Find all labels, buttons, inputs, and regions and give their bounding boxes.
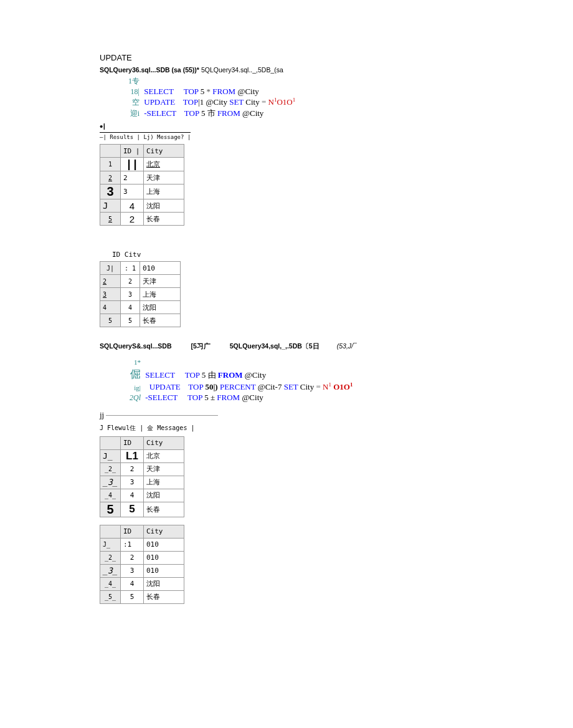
kw: SET	[284, 383, 298, 392]
kw: TOP	[184, 108, 199, 118]
line-margin: 空	[118, 97, 140, 108]
row-hdr: 3	[100, 184, 121, 199]
kw: TOP	[184, 87, 199, 96]
kw: SET	[229, 97, 244, 107]
row-hdr: J|	[100, 262, 121, 275]
cell: | |	[121, 158, 144, 171]
cell: 北京	[144, 158, 184, 171]
cell: 010	[144, 538, 184, 551]
kw: PERCENT	[220, 383, 256, 392]
document-page: UPDATE SQLQuery36.sql...SDB (sa (55))* 5…	[0, 0, 573, 604]
results-tabs: —| Results | Lj) Message? |	[100, 132, 191, 140]
line-margin: 1专	[118, 76, 140, 87]
row-hdr: 4	[100, 301, 121, 314]
kw: SELECT	[144, 87, 173, 96]
kw: FROM	[217, 108, 240, 118]
query-tabs-2: SQLQueryS&.sql...SDB [5习广 5QLQuery34,sql…	[100, 342, 473, 351]
row-hdr: 1	[100, 158, 121, 171]
cell: 5	[121, 502, 144, 517]
txt: 1	[350, 381, 353, 388]
cell: 4	[121, 199, 144, 213]
col-hdr	[100, 525, 121, 538]
tab[interactable]: 5QLQuery34,sql,_,.5DB〔5日(53,J/¯	[230, 342, 374, 350]
cell: 3	[121, 288, 140, 301]
col-hdr	[100, 436, 121, 449]
cell: 沈阳	[144, 577, 184, 590]
txt: @City	[242, 108, 263, 118]
row-hdr: 5	[100, 502, 121, 517]
col-hdr: City	[144, 436, 184, 449]
kw: FROM	[217, 393, 240, 402]
row-hdr: J	[100, 199, 121, 213]
line-margin: 迎i	[118, 108, 140, 119]
txt: |1 @City	[198, 97, 227, 107]
tab[interactable]: SQLQueryS&.sql...SDB	[100, 342, 172, 350]
kw: FROM	[212, 87, 235, 96]
col-hdr: City	[144, 145, 184, 158]
txt: 5 由	[202, 370, 216, 380]
kw: TOP	[187, 393, 202, 402]
cell: 4	[121, 577, 144, 590]
cell: L1	[121, 449, 144, 462]
txt: 5 ±	[204, 393, 215, 402]
col-hdr: ID |	[121, 145, 144, 158]
row-hdr: J_	[100, 449, 121, 462]
cell: 2	[121, 551, 144, 564]
kw: -SELECT	[144, 108, 176, 118]
kw: FROM	[218, 370, 243, 380]
section-heading: UPDATE	[100, 53, 473, 62]
cell: 5	[121, 590, 144, 603]
line-margin: ig|	[118, 384, 141, 391]
txt: 5	[201, 108, 206, 118]
cell: 天津	[144, 462, 184, 476]
cell: 长春	[144, 590, 184, 603]
cell: 上海	[140, 288, 181, 301]
txt: 5	[201, 87, 205, 96]
row-hdr: _3_	[100, 564, 121, 577]
line-margin: 1*	[118, 358, 141, 366]
txt: City	[245, 97, 259, 107]
cell: : 1	[121, 262, 140, 275]
cell: 上海	[144, 476, 184, 489]
cell: 2	[121, 171, 144, 184]
results-table-4: ID City J_:1010 _2_2010 _3_3010 _4_4沈阳 _…	[100, 525, 184, 604]
cell: 5	[121, 314, 140, 327]
col-hdr	[100, 145, 121, 158]
row-hdr: _2_	[100, 462, 121, 476]
txt: @City	[242, 393, 263, 402]
row-hdr: 2	[100, 275, 121, 288]
tab-inactive[interactable]: 5QLQuery34.sql.._,5DB_(sa	[201, 66, 283, 74]
results-table-3: ID City J_L1北京 _2_2天津 _3_3上海 _4_4沈阳 55长春	[100, 436, 184, 517]
row-hdr: _4_	[100, 489, 121, 502]
cursor-marker: •I	[100, 122, 473, 131]
results-table-2: J|: 1010 22天津 33上海 44沈阳 55长春	[100, 261, 181, 327]
row-hdr: 5	[100, 213, 121, 226]
txt: =	[262, 97, 266, 107]
txt: =	[316, 383, 320, 392]
results-tabs-2: J Flewul住 | 金 Messages |	[100, 424, 473, 433]
txt: 市	[207, 108, 215, 118]
cell: 010	[140, 262, 181, 275]
results-table-1: ID | City 1| |北京 22天津 33上海 J4沈阳 52长春	[100, 144, 184, 226]
cell: 4	[121, 489, 144, 502]
txt: @City	[245, 370, 266, 380]
query-tabs-1: SQLQuery36.sql...SDB (sa (55))* 5QLQuery…	[100, 66, 473, 74]
txt: N	[268, 97, 274, 107]
tab[interactable]: [5习广	[191, 342, 210, 350]
col-hdr: City	[144, 525, 184, 538]
cell: 沈阳	[144, 199, 184, 213]
cell: :1	[121, 538, 144, 551]
col-hdr: ID	[121, 525, 144, 538]
cell: 长春	[144, 502, 184, 517]
table2-header: ID Citv	[112, 251, 473, 259]
sql-code-block-2: 1* 倔 SELECT TOP 5 由 FROM @City ig| UPDAT…	[118, 357, 473, 402]
kw: SELECT	[145, 370, 174, 380]
row-hdr: _5_	[100, 590, 121, 603]
txt: *	[207, 87, 211, 96]
row-hdr: 5	[100, 314, 121, 327]
cell: 2	[121, 213, 144, 226]
cell: 北京	[144, 449, 184, 462]
row-hdr: 3	[100, 288, 121, 301]
col-hdr: ID	[121, 436, 144, 449]
tab-active[interactable]: SQLQuery36.sql...SDB (sa (55))*	[100, 66, 199, 74]
